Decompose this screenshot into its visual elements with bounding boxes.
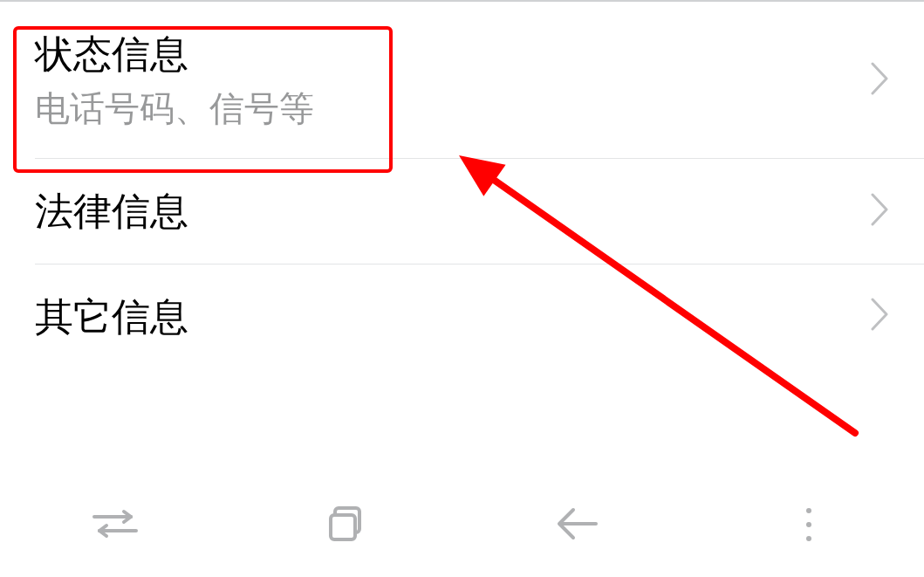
settings-item-texts: 法律信息 — [35, 185, 188, 237]
settings-item-other[interactable]: 其它信息 — [0, 264, 924, 368]
settings-item-texts: 状态信息 电话号码、信号等 — [35, 28, 314, 132]
settings-list: 状态信息 电话号码、信号等 法律信息 其它信息 — [0, 0, 924, 368]
back-button[interactable] — [551, 498, 604, 551]
back-icon — [556, 505, 599, 546]
recent-apps-button[interactable] — [89, 498, 141, 551]
settings-item-texts: 其它信息 — [35, 291, 188, 342]
navigation-bar — [0, 472, 924, 577]
home-button[interactable] — [320, 498, 373, 551]
menu-dots-icon — [806, 508, 811, 541]
settings-item-title: 其它信息 — [35, 291, 188, 342]
settings-item-title: 状态信息 — [35, 28, 314, 79]
chevron-right-icon — [870, 297, 889, 335]
settings-item-legal[interactable]: 法律信息 — [0, 159, 924, 263]
settings-item-subtitle: 电话号码、信号等 — [35, 85, 314, 132]
chevron-right-icon — [870, 61, 889, 100]
recent-apps-icon — [89, 505, 141, 546]
svg-rect-5 — [331, 515, 355, 539]
settings-item-title: 法律信息 — [35, 185, 188, 237]
settings-item-status[interactable]: 状态信息 电话号码、信号等 — [0, 2, 924, 158]
chevron-right-icon — [870, 192, 889, 230]
menu-button[interactable] — [783, 498, 835, 551]
home-icon — [327, 505, 366, 546]
